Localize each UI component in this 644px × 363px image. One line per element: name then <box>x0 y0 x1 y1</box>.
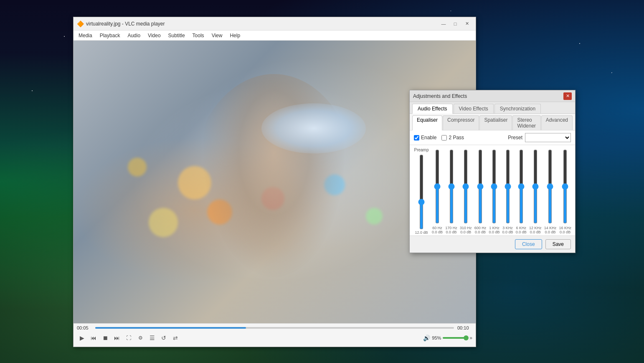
progress-row: 00:05 00:10 <box>77 325 472 330</box>
maximize-button[interactable]: □ <box>450 19 461 28</box>
eq-band-8: 14 KHz 0.0 dB <box>544 148 557 234</box>
band-9-slider[interactable] <box>562 149 568 224</box>
band-8-slider-container <box>547 148 553 225</box>
current-time: 00:05 <box>77 325 92 330</box>
menu-video[interactable]: Video <box>145 32 164 39</box>
subtab-equaliser[interactable]: Equaliser <box>412 115 442 130</box>
eq-band-3: 600 Hz 0.0 dB <box>474 148 487 234</box>
minimize-button[interactable]: — <box>438 19 449 28</box>
band-9-slider-container <box>562 148 568 225</box>
menu-audio[interactable]: Audio <box>124 32 144 39</box>
volume-bar[interactable] <box>443 337 468 339</box>
band-6-slider-container <box>518 148 525 225</box>
eq-band-9: 16 KHz 0.0 dB <box>559 148 571 234</box>
band-0-db: 0.0 dB <box>432 230 443 234</box>
menu-media[interactable]: Media <box>75 32 96 39</box>
eq-band-1: 170 Hz 0.0 dB <box>445 148 457 234</box>
dialog-titlebar: Adjustments and Effects ✕ <box>410 90 575 102</box>
band-1-db: 0.0 dB <box>446 230 457 234</box>
band-7-slider[interactable] <box>532 149 539 224</box>
band-2-slider-container <box>462 148 469 225</box>
band-6-freq: 6 KHz <box>516 226 527 230</box>
bokeh-light <box>366 208 383 225</box>
tab-video-effects[interactable]: Video Effects <box>454 104 494 113</box>
fullscreen-button[interactable]: ⛶ <box>124 333 134 343</box>
band-0-freq: 60 Hz <box>432 226 442 230</box>
band-0-slider-container <box>434 148 441 225</box>
twopass-checkbox-label[interactable]: 2 Pass <box>441 135 464 141</box>
next-button[interactable]: ⏭ <box>112 333 122 343</box>
band-4-slider[interactable] <box>491 149 497 224</box>
band-1-slider[interactable] <box>448 149 455 224</box>
eq-band-7: 12 KHz 0.0 dB <box>529 148 542 234</box>
twopass-checkbox[interactable] <box>441 135 447 141</box>
band-6-slider[interactable] <box>518 149 525 224</box>
prev-button[interactable]: ⏮ <box>89 333 99 343</box>
band-1-freq: 170 Hz <box>445 226 457 230</box>
twopass-label: 2 Pass <box>449 135 464 141</box>
subtab-compressor[interactable]: Compressor <box>443 115 479 130</box>
preamp-label: Preamp <box>414 148 428 152</box>
buttons-row: ▶ ⏮ ⏹ ⏭ ⛶ ⚙ ☰ ↺ ⇄ 🔊 95% » <box>77 333 472 343</box>
band-5-slider[interactable] <box>505 149 511 224</box>
eq-band-5: 3 KHz 0.0 dB <box>502 148 513 234</box>
enable-checkbox[interactable] <box>414 135 419 141</box>
volume-knob <box>464 335 469 340</box>
enable-checkbox-label[interactable]: Enable <box>414 135 436 141</box>
volume-icon: 🔊 <box>423 335 430 341</box>
dialog-save-button[interactable]: Save <box>545 239 571 249</box>
eq-bands: 60 Hz 0.0 dB 170 Hz 0.0 dB 310 Hz 0.0 dB <box>431 148 573 234</box>
subtab-spatialiser[interactable]: Spatialiser <box>479 115 512 130</box>
menu-view[interactable]: View <box>208 32 226 39</box>
menu-subtitle[interactable]: Subtitle <box>165 32 188 39</box>
band-1-slider-container <box>448 148 455 225</box>
window-close-button[interactable]: ✕ <box>461 19 472 28</box>
extended-button[interactable]: ⚙ <box>135 333 145 343</box>
preset-area: Preset Flat Classical Club Dance Rock <box>508 133 571 142</box>
menu-tools[interactable]: Tools <box>189 32 208 39</box>
band-2-db: 0.0 dB <box>460 230 471 234</box>
band-8-db: 0.0 dB <box>545 230 555 234</box>
band-5-db: 0.0 dB <box>502 230 513 234</box>
preset-label: Preset <box>508 135 522 141</box>
preset-select[interactable]: Flat Classical Club Dance Rock <box>525 133 571 142</box>
dialog-close-button[interactable]: ✕ <box>563 92 572 100</box>
eq-controls-row: Enable 2 Pass Preset Flat Classical Club… <box>410 130 575 145</box>
menu-help[interactable]: Help <box>226 32 243 39</box>
vlc-logo-icon: 🔶 <box>77 20 84 27</box>
playlist-button[interactable]: ☰ <box>147 333 157 343</box>
dialog-sub-tabs: Equaliser Compressor Spatialiser Stereo … <box>410 114 575 130</box>
band-2-slider[interactable] <box>462 149 469 224</box>
dialog-close-action-button[interactable]: Close <box>515 239 542 249</box>
band-3-slider[interactable] <box>477 149 484 224</box>
window-title: virtualreality.jpg - VLC media player <box>86 21 438 27</box>
band-8-slider[interactable] <box>547 149 553 224</box>
tab-synchronization[interactable]: Synchronization <box>494 104 541 113</box>
play-button[interactable]: ▶ <box>77 333 87 343</box>
preamp-db-value: 12.0 dB <box>415 230 428 235</box>
preamp-section: Preamp 12.0 dB <box>412 148 431 235</box>
volume-area: 🔊 95% » <box>423 335 472 341</box>
player-controls: 00:05 00:10 ▶ ⏮ ⏹ ⏭ ⛶ ⚙ ☰ ↺ ⇄ 🔊 95% <box>74 323 476 347</box>
dialog-title: Adjustments and Effects <box>413 93 563 99</box>
preamp-slider[interactable] <box>418 154 425 230</box>
band-3-slider-container <box>477 148 484 225</box>
random-button[interactable]: ⇄ <box>170 333 180 343</box>
loop-button[interactable]: ↺ <box>159 333 169 343</box>
eq-band-4: 1 KHz 0.0 dB <box>489 148 499 234</box>
preamp-slider-container <box>418 153 425 230</box>
vr-headset <box>261 103 366 153</box>
stop-button[interactable]: ⏹ <box>100 333 110 343</box>
progress-bar[interactable] <box>95 327 454 329</box>
subtab-advanced[interactable]: Advanced <box>541 115 573 130</box>
volume-expand-icon[interactable]: » <box>469 335 472 341</box>
subtab-stereo-widener[interactable]: Stereo Widener <box>512 115 540 130</box>
band-0-slider[interactable] <box>434 149 441 224</box>
tab-audio-effects[interactable]: Audio Effects <box>412 104 453 114</box>
eq-band-6: 6 KHz 0.0 dB <box>516 148 527 234</box>
band-3-freq: 600 Hz <box>474 226 487 230</box>
menu-playback[interactable]: Playback <box>96 32 124 39</box>
dialog-main-tabs: Audio Effects Video Effects Synchronizat… <box>410 102 575 114</box>
band-9-freq: 16 KHz <box>559 226 571 230</box>
band-7-db: 0.0 dB <box>530 230 541 234</box>
